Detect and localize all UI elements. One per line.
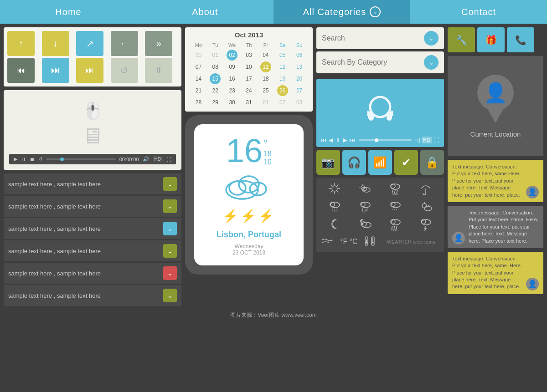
cal-day-10[interactable]: 10 (243, 61, 254, 72)
fullscreen-icon[interactable]: ⛶ (166, 157, 171, 162)
camera-btn[interactable]: 📷 (316, 150, 340, 175)
p2-fullscreen-btn[interactable]: ⛶ (433, 137, 439, 143)
weather-cloud-icon (224, 171, 274, 205)
cal-day-13[interactable]: 13 (294, 61, 305, 72)
cal-day-27[interactable]: 27 (294, 85, 305, 96)
refresh-icon[interactable]: ↺ (38, 156, 42, 162)
cal-day-06[interactable]: 06 (294, 50, 305, 61)
cal-day-01-prev[interactable]: 01 (210, 50, 221, 61)
nav-categories[interactable]: All Categories ⌄ (274, 0, 410, 24)
list-chevron-btn-5[interactable]: ⌄ (163, 289, 177, 302)
cal-day-11[interactable]: 11 (260, 61, 271, 72)
progress-indicator (60, 158, 64, 161)
cal-day-17[interactable]: 17 (243, 73, 254, 84)
stop-icon[interactable]: ⏹ (30, 157, 35, 162)
ctrl-double-right-btn[interactable]: » (145, 31, 172, 56)
list-chevron-btn-2[interactable]: ⌄ (163, 222, 177, 235)
cal-day-03[interactable]: 03 (243, 50, 254, 61)
nav-home[interactable]: Home (0, 0, 137, 24)
ctrl-up-btn[interactable]: ↑ (7, 31, 35, 56)
ctrl-pause-btn[interactable]: ⏸ (145, 58, 172, 83)
cal-day-03-next[interactable]: 03 (294, 97, 305, 108)
ctrl-rotate-btn[interactable]: ↺ (111, 58, 138, 83)
volume-icon[interactable]: 🔊 (143, 156, 149, 162)
p2-next-btn[interactable]: ▶ (343, 137, 347, 143)
search-category-input[interactable] (322, 58, 420, 66)
p2-prev-btn[interactable]: ◀ (329, 137, 333, 143)
weather-night-icon[interactable] (321, 218, 349, 234)
weather-sleet-icon[interactable]: *o* (351, 200, 379, 216)
weather-heavy-rain-icon[interactable]: ooo (382, 218, 409, 234)
pause-icon[interactable]: ⏸ (21, 157, 26, 162)
p2-pause-btn[interactable]: ⏸ (335, 137, 341, 143)
weather-night-cloudy-icon[interactable] (351, 218, 379, 234)
player2-progress[interactable] (359, 139, 412, 141)
cal-day-09[interactable]: 09 (227, 61, 237, 72)
cal-day-05[interactable]: 05 (277, 50, 288, 61)
ctrl-skip-back-btn[interactable]: ⏮ (7, 58, 35, 83)
weather-blizzard-icon[interactable]: * * * (382, 200, 409, 216)
weather-partly-sunny-icon[interactable] (412, 200, 440, 216)
lock-btn[interactable]: 🔒 (420, 150, 444, 175)
p2-play-btn[interactable]: ⏮ (321, 137, 327, 143)
cal-day-07[interactable]: 07 (193, 61, 204, 72)
list-chevron-btn-1[interactable]: ⌄ (163, 199, 177, 213)
cal-day-26[interactable]: 26 (277, 85, 288, 96)
cal-day-19[interactable]: 19 (277, 73, 288, 84)
ctrl-fast-fwd-btn[interactable]: ⏭ (42, 58, 69, 83)
ctrl-left-btn[interactable]: ← (111, 31, 138, 56)
cal-day-28[interactable]: 28 (193, 97, 204, 108)
present-btn[interactable]: 🎁 (477, 27, 505, 52)
weather-row-1: ooo (321, 182, 439, 199)
weather-snow-icon[interactable]: * (321, 200, 349, 216)
list-chevron-btn-3[interactable]: ⌄ (163, 244, 177, 258)
cal-day-08[interactable]: 08 (210, 61, 221, 72)
phone-btn[interactable]: 📞 (507, 27, 534, 52)
cal-day-25[interactable]: 25 (260, 85, 271, 96)
list-chevron-btn-4[interactable]: ⌄ (163, 266, 177, 280)
weather-sunny-icon[interactable] (321, 182, 349, 199)
tools-btn[interactable]: 🔧 (448, 27, 475, 52)
cal-day-18[interactable]: 18 (260, 73, 271, 84)
ctrl-skip-fwd-btn[interactable]: ⏭ (76, 58, 103, 83)
cal-day-24[interactable]: 24 (243, 85, 254, 96)
svg-line-14 (331, 185, 332, 186)
cal-day-04[interactable]: 04 (260, 50, 271, 61)
ctrl-arrow-right-btn[interactable]: ↗ (76, 31, 103, 56)
cal-day-16[interactable]: 16 (227, 73, 237, 84)
weather-partly-cloudy-icon[interactable] (351, 182, 379, 199)
location-title: Current Location (470, 130, 521, 138)
headphone-btn[interactable]: 🎧 (342, 150, 366, 175)
progress-bar[interactable] (46, 158, 116, 160)
weather-umbrella-icon[interactable] (412, 182, 440, 199)
cal-day-02-next[interactable]: 02 (277, 97, 288, 108)
p2-end-btn[interactable]: ⏭ (349, 137, 355, 143)
list-chevron-btn-0[interactable]: ⌄ (163, 177, 177, 191)
cal-day-15[interactable]: 15 (210, 73, 221, 84)
cal-day-31[interactable]: 31 (243, 97, 254, 108)
wifi-btn[interactable]: 📶 (368, 150, 392, 175)
cal-day-20[interactable]: 20 (294, 73, 305, 84)
cal-day-01-next[interactable]: 01 (260, 97, 271, 108)
cal-day-14[interactable]: 14 (193, 73, 204, 84)
cal-day-23[interactable]: 23 (227, 85, 237, 96)
weather-rain-icon[interactable]: ooo (382, 182, 409, 199)
nav-contact[interactable]: Contact (410, 0, 547, 24)
cal-day-21[interactable]: 21 (193, 85, 204, 96)
wind-icon[interactable] (321, 236, 335, 247)
weather-lightning-icon[interactable] (412, 218, 440, 234)
cal-day-30[interactable]: 30 (227, 97, 237, 108)
nav-about[interactable]: About (137, 0, 274, 24)
search-category-btn[interactable]: ⌄ (424, 55, 439, 70)
search-submit-btn[interactable]: ⌄ (424, 31, 439, 46)
search-input[interactable] (322, 34, 420, 42)
cal-day-12[interactable]: 12 (277, 61, 288, 72)
cal-day-30-prev[interactable]: 30 (193, 50, 204, 61)
play-icon[interactable]: ▶ (14, 156, 17, 162)
cal-day-29[interactable]: 29 (210, 97, 221, 108)
ctrl-down-btn[interactable]: ↓ (42, 31, 69, 56)
cal-day-22[interactable]: 22 (210, 85, 221, 96)
p2-volume-btn[interactable]: ◁ (415, 137, 420, 143)
cal-day-02[interactable]: 02 (227, 50, 237, 61)
checkmark-btn[interactable]: ✔ (394, 150, 418, 175)
